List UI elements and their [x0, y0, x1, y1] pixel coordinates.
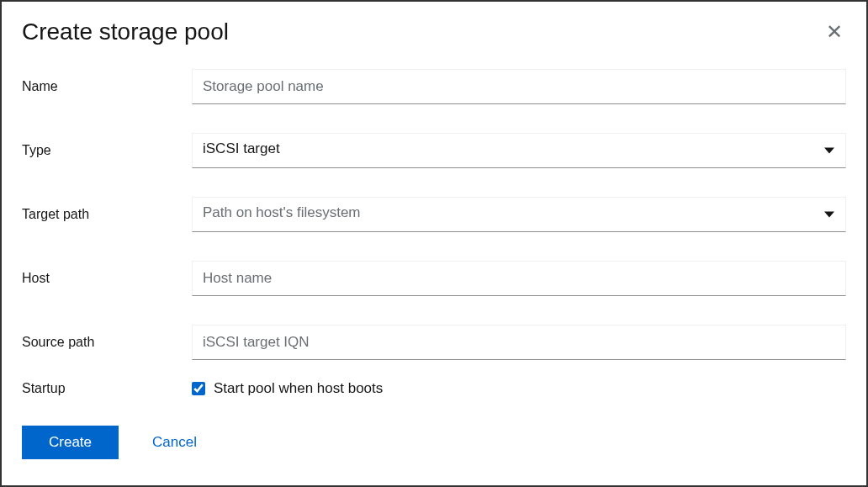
source-path-row: Source path [22, 325, 846, 360]
target-path-label: Target path [22, 207, 192, 222]
name-input[interactable] [192, 69, 846, 104]
name-label: Name [22, 79, 192, 94]
startup-label: Startup [22, 381, 192, 396]
startup-row: Startup Start pool when host boots [22, 380, 846, 397]
create-storage-pool-dialog: Create storage pool ✕ Name Type iSCSI ta… [2, 2, 866, 476]
target-path-select[interactable]: Path on host's filesystem [192, 197, 846, 232]
host-label: Host [22, 271, 192, 286]
type-row: Type iSCSI target [22, 133, 846, 168]
name-row: Name [22, 69, 846, 104]
source-path-control [192, 325, 846, 360]
host-input[interactable] [192, 261, 846, 296]
source-path-input[interactable] [192, 325, 846, 360]
dialog-header: Create storage pool ✕ [22, 19, 846, 45]
host-row: Host [22, 261, 846, 296]
startup-checkbox-label[interactable]: Start pool when host boots [214, 380, 383, 397]
target-path-row: Target path Path on host's filesystem [22, 197, 846, 232]
cancel-button[interactable]: Cancel [152, 434, 197, 451]
source-path-label: Source path [22, 335, 192, 350]
dialog-title: Create storage pool [22, 19, 229, 45]
dialog-footer: Create Cancel [22, 426, 846, 459]
create-button[interactable]: Create [22, 426, 119, 459]
startup-control: Start pool when host boots [192, 380, 383, 397]
startup-checkbox[interactable] [192, 382, 205, 395]
type-label: Type [22, 143, 192, 158]
target-path-control: Path on host's filesystem [192, 197, 846, 232]
type-control: iSCSI target [192, 133, 846, 168]
name-control [192, 69, 846, 104]
type-select[interactable]: iSCSI target [192, 133, 846, 168]
host-control [192, 261, 846, 296]
close-icon[interactable]: ✕ [823, 19, 846, 45]
